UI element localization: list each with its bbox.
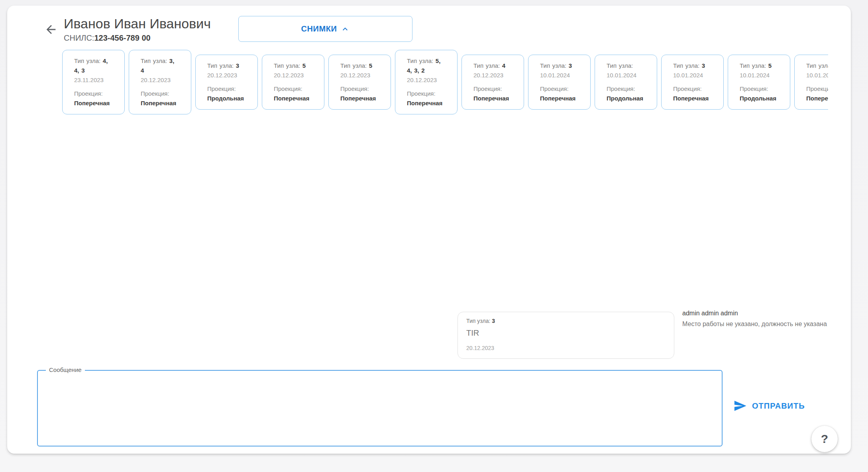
paper-plane-icon: [733, 399, 747, 413]
snapshot-card[interactable]: Тип узла: 3 20.12.2023 Проекция: Продоль…: [195, 55, 258, 110]
projection-label: Проекция:: [141, 89, 179, 98]
message-node-type-label: Тип узла:: [466, 318, 490, 324]
message-node-card[interactable]: Тип узла: 3 TIR 20.12.2023: [458, 312, 674, 359]
projection-label: Проекция:: [473, 84, 512, 94]
send-button[interactable]: ОТПРАВИТЬ: [729, 395, 809, 417]
main-panel: Иванов Иван Иванович СНИЛС:123-456-789 0…: [7, 6, 851, 454]
snapshot-card[interactable]: Тип узла: 3 10.01.2024 Проекция: Попереч…: [661, 55, 724, 110]
projection-value: Поперечная: [340, 94, 379, 103]
author-details: Место работы не указано, должность не ук…: [682, 319, 854, 329]
snapshot-card[interactable]: Тип узла: 5 10.01.2024 Проекция: Продоль…: [728, 55, 790, 110]
patient-name: Иванов Иван Иванович: [64, 15, 211, 32]
node-type-label: Тип узла:: [673, 62, 699, 69]
message-text: TIR: [466, 328, 666, 338]
node-type-value: 5: [369, 62, 372, 69]
projection-value: Поперечная: [141, 98, 179, 108]
snapshot-card[interactable]: Тип узла: 10.01.2024 Проекция: Продольна…: [595, 55, 657, 110]
send-button-label: ОТПРАВИТЬ: [752, 401, 805, 411]
projection-label: Проекция:: [74, 89, 113, 98]
snapshot-date: 20.12.2023: [207, 71, 246, 80]
node-type-label: Тип узла:: [607, 62, 633, 69]
snapshot-date: 20.12.2023: [141, 75, 179, 85]
snapshot-card[interactable]: Тип узла: 5 20.12.2023 Проекция: Попереч…: [262, 55, 324, 110]
snapshot-date: 20.12.2023: [274, 71, 312, 80]
projection-label: Проекция:: [207, 84, 246, 94]
author-name: admin admin admin: [682, 308, 854, 319]
snapshot-date: 20.12.2023: [407, 75, 446, 85]
projection-value: Поперечная: [74, 98, 113, 108]
node-type-label: Тип узла:: [274, 62, 300, 69]
node-type-label: Тип узла:: [806, 62, 828, 69]
node-type-value: 5: [302, 62, 306, 69]
projection-label: Проекция:: [407, 89, 446, 98]
projection-value: Поперечная: [473, 94, 512, 103]
snils-label: СНИЛС:: [64, 33, 94, 42]
node-type-label: Тип узла:: [740, 62, 766, 69]
projection-value: Поперечная: [540, 94, 579, 103]
message-author: admin admin admin Место работы не указан…: [682, 308, 854, 329]
message-input[interactable]: [38, 371, 722, 446]
snapshot-date: 10.01.2024: [540, 71, 579, 80]
snapshot-card[interactable]: Тип узла: 4 20.12.2023 Проекция: Попереч…: [461, 55, 524, 110]
snapshots-toggle-label: СНИМКИ: [301, 24, 337, 33]
back-button[interactable]: [42, 21, 60, 38]
node-type-value: 5: [768, 62, 772, 69]
snapshot-card[interactable]: Тип узла: 5, 4, 3, 2 20.12.2023 Проекция…: [395, 50, 458, 114]
projection-value: Поперечная: [806, 94, 828, 103]
help-button[interactable]: ?: [811, 426, 838, 452]
snapshot-date: 20.12.2023: [473, 71, 512, 80]
projection-value: Поперечная: [673, 94, 712, 103]
node-type-value: 3: [569, 62, 572, 69]
node-type-value: 4: [502, 62, 505, 69]
projection-value: Продольная: [607, 94, 645, 103]
chevron-up-icon: [340, 24, 350, 34]
node-type-label: Тип узла:: [540, 62, 566, 69]
node-type-value: 3: [236, 62, 239, 69]
snapshot-date: 10.01.2024: [607, 71, 645, 80]
snils-line: СНИЛС:123-456-789 00: [64, 33, 211, 43]
projection-label: Проекция:: [806, 84, 828, 94]
projection-label: Проекция:: [607, 84, 645, 94]
node-type-label: Тип узла:: [473, 62, 500, 69]
question-mark-icon: ?: [821, 432, 828, 446]
arrow-left-icon: [44, 23, 58, 36]
snapshot-card[interactable]: Тип узла: 3, 4 20.12.2023 Проекция: Попе…: [129, 50, 191, 114]
snapshot-card[interactable]: Тип узла: 10.01.2024 Проекция: Поперечна…: [794, 55, 828, 110]
projection-label: Проекция:: [740, 84, 778, 94]
message-node-type-value: 3: [492, 318, 495, 324]
snapshot-card[interactable]: Тип узла: 4, 4, 3 23.11.2023 Проекция: П…: [62, 50, 125, 114]
snapshot-card[interactable]: Тип узла: 5 20.12.2023 Проекция: Попереч…: [328, 55, 391, 110]
node-type-label: Тип узла:: [207, 62, 234, 69]
projection-value: Поперечная: [274, 94, 312, 103]
snapshot-date: 20.12.2023: [340, 71, 379, 80]
projection-value: Продольная: [740, 94, 778, 103]
snapshot-date: 10.01.2024: [673, 71, 712, 80]
projection-label: Проекция:: [274, 84, 312, 94]
patient-header: Иванов Иван Иванович СНИЛС:123-456-789 0…: [64, 15, 211, 43]
node-type-label: Тип узла:: [141, 57, 167, 64]
message-date: 20.12.2023: [466, 344, 666, 352]
snapshot-date: 23.11.2023: [74, 75, 113, 85]
message-field-outline: Сообщение: [37, 370, 723, 446]
node-type-value: 3: [702, 62, 705, 69]
snapshot-date: 10.01.2024: [806, 71, 828, 80]
snapshot-card[interactable]: Тип узла: 3 10.01.2024 Проекция: Попереч…: [528, 55, 591, 110]
projection-label: Проекция:: [340, 84, 379, 94]
message-field-label: Сообщение: [46, 366, 85, 373]
projection-label: Проекция:: [673, 84, 712, 94]
node-type-label: Тип узла:: [340, 62, 367, 69]
snapshot-date: 10.01.2024: [740, 71, 778, 80]
snils-value: 123-456-789 00: [94, 33, 150, 42]
projection-value: Продольная: [207, 94, 246, 103]
snapshots-scroll-row[interactable]: Тип узла: 4, 4, 3 23.11.2023 Проекция: П…: [62, 47, 828, 117]
node-type-label: Тип узла:: [74, 57, 100, 64]
projection-value: Поперечная: [407, 98, 446, 108]
snapshots-toggle-button[interactable]: СНИМКИ: [238, 16, 412, 42]
projection-label: Проекция:: [540, 84, 579, 94]
node-type-label: Тип узла:: [407, 57, 433, 64]
